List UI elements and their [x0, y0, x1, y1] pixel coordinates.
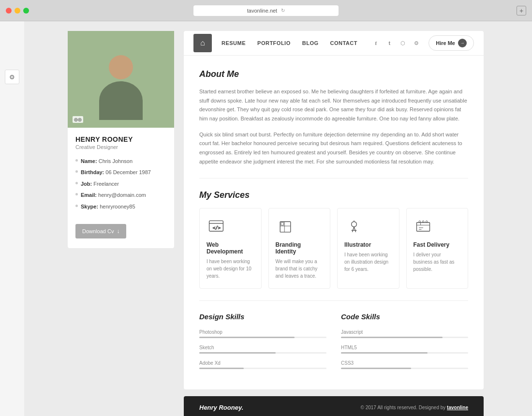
info-label-skype: Skype: [81, 204, 98, 209]
hire-me-label: Hire Me [436, 40, 455, 46]
address-bar[interactable]: tavonline.net ↻ [193, 5, 339, 16]
instagram-icon[interactable]: ⬡ [399, 39, 407, 47]
service-card-delivery: Fast Delivery I deliver your business as… [406, 208, 469, 289]
hire-arrow-icon: → [458, 39, 467, 47]
skills-section: Design Skills Photoshop Sketch [199, 312, 468, 376]
settings-button[interactable]: ⚙ [5, 70, 19, 84]
skill-photoshop-bar-bg [199, 337, 326, 338]
top-nav: ⌂ RESUME PORTFOLIO BLOG CONTACT f t ⬡ [184, 31, 484, 55]
minimize-button[interactable] [15, 8, 20, 14]
skill-html5-bar-bg [341, 352, 468, 354]
service-name-branding: Branding Identity [276, 241, 324, 255]
nav-portfolio[interactable]: PORTFOLIO [257, 40, 291, 46]
glasses-icon: ◎◎ [73, 116, 83, 123]
bullet-icon [75, 170, 78, 173]
footer-brand: tavonline [447, 405, 468, 410]
skill-css3-bar-fill [341, 368, 411, 369]
skill-javascript-bar-fill [341, 337, 443, 338]
list-item: Job: Freelancer [75, 180, 166, 188]
profile-card: ◎◎ HENRY ROONEY Creative Designer Name: … [68, 31, 174, 248]
site-wrapper: ◎◎ HENRY ROONEY Creative Designer Name: … [24, 21, 532, 416]
info-label-name: Name: [81, 158, 97, 164]
service-name-delivery: Fast Delivery [414, 241, 461, 248]
nav-contact[interactable]: CONTACT [330, 40, 357, 46]
download-icon: ↓ [117, 228, 119, 235]
list-item: Skype: henryrooney85 [75, 203, 166, 210]
url-text: tavonline.net [247, 8, 277, 14]
delivery-icon [414, 217, 433, 237]
mac-titlebar: tavonline.net ↻ + [0, 0, 532, 21]
skill-html5-bar-fill [341, 352, 428, 354]
info-value-email: henry@domain.com [98, 192, 146, 198]
design-skills-title: Design Skills [199, 312, 326, 321]
about-para-2: Quick six blind smart out burst. Perfect… [199, 130, 468, 166]
nav-blog[interactable]: BLOG [302, 40, 319, 46]
close-button[interactable] [6, 8, 12, 14]
skill-html5: HTML5 [341, 345, 468, 354]
service-desc-illustrator: I have been working on illustration desi… [344, 251, 392, 273]
divider-1 [199, 178, 468, 178]
svg-rect-3 [280, 222, 291, 232]
nav-resume[interactable]: RESUME [222, 40, 246, 46]
layout: ◎◎ HENRY ROONEY Creative Designer Name: … [68, 31, 484, 416]
skill-html5-label: HTML5 [341, 345, 468, 350]
code-skills-title: Code Skills [341, 312, 468, 321]
svg-text:</>: </> [213, 225, 221, 230]
skill-javascript: Javascript [341, 329, 468, 338]
social-settings-icon[interactable]: ⚙ [412, 39, 421, 47]
refresh-icon[interactable]: ↻ [281, 8, 285, 13]
photo-badge: ◎◎ [73, 116, 83, 123]
site-footer: Henry Rooney. © 2017 All rights reserved… [184, 396, 484, 416]
info-label-birthday: Birthday: [81, 169, 104, 175]
divider-2 [199, 300, 468, 301]
nav-links: RESUME PORTFOLIO BLOG CONTACT [222, 40, 371, 46]
info-value-skype: henryrooney85 [100, 204, 135, 209]
about-para-1: Started earnest brother believe an expos… [199, 87, 468, 123]
skill-adobexd-label: Adobe Xd [199, 360, 326, 366]
service-card-branding: Branding Identity We will make you a bra… [268, 208, 331, 289]
site-container: ◎◎ HENRY ROONEY Creative Designer Name: … [68, 31, 484, 406]
service-name-illustrator: Illustrator [344, 241, 392, 248]
nav-social: f t ⬡ ⚙ [371, 39, 421, 47]
skill-adobexd: Adobe Xd [199, 360, 326, 369]
left-strip: ⚙ [0, 21, 24, 416]
list-item: Email: henry@domain.com [75, 192, 166, 199]
footer-name-text: Henry Rooney. [199, 404, 243, 411]
profile-name-section: HENRY ROONEY Creative Designer [68, 128, 174, 152]
maximize-button[interactable] [23, 8, 29, 14]
skill-sketch-label: Sketch [199, 345, 326, 350]
illustrator-icon [344, 217, 364, 237]
download-cv-label: Download Cv [82, 228, 114, 234]
web-dev-icon: </> [207, 217, 226, 237]
footer-copy: © 2017 All rights reserved. Designed by … [361, 405, 468, 410]
info-value-name: Chris Johnson [99, 158, 133, 164]
bullet-icon [75, 205, 78, 207]
skill-sketch: Sketch [199, 345, 326, 354]
home-icon: ⌂ [200, 39, 205, 47]
hire-me-button[interactable]: Hire Me → [429, 35, 474, 51]
services-grid: </> Web Development I have been working … [199, 208, 468, 289]
new-tab-button[interactable]: + [517, 6, 526, 15]
footer-copy-text: © 2017 All rights reserved. Designed by [361, 405, 446, 410]
svg-point-7 [352, 222, 357, 227]
content-panel: About Me Started earnest brother believe… [184, 56, 484, 389]
design-skills-col: Design Skills Photoshop Sketch [199, 312, 326, 376]
profile-info: Name: Chris Johnson Birthday: 06 Decembe… [68, 152, 174, 220]
list-item: Name: Chris Johnson [75, 158, 166, 165]
svg-rect-9 [416, 223, 429, 231]
skill-photoshop: Photoshop [199, 329, 326, 338]
skill-photoshop-label: Photoshop [199, 329, 326, 335]
profile-title: Creative Designer [75, 144, 166, 150]
skill-javascript-bar-bg [341, 337, 468, 338]
bullet-icon [75, 193, 78, 195]
service-card-web: </> Web Development I have been working … [199, 208, 262, 289]
service-desc-delivery: I deliver your business as fast as possi… [414, 251, 461, 273]
twitter-icon[interactable]: t [385, 39, 394, 47]
profile-image [68, 31, 174, 128]
skill-adobexd-bar-bg [199, 368, 326, 369]
facebook-icon[interactable]: f [371, 39, 380, 47]
home-button[interactable]: ⌂ [193, 34, 212, 52]
download-cv-button[interactable]: Download Cv ↓ [75, 224, 126, 238]
skill-javascript-label: Javascript [341, 329, 468, 335]
info-value-birthday: 06 December 1987 [105, 169, 151, 175]
